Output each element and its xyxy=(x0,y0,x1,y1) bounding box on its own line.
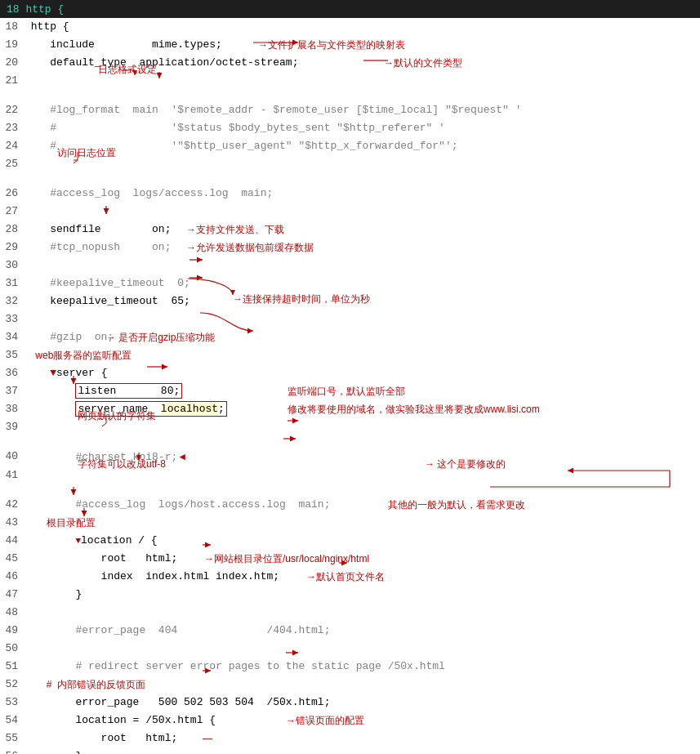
line-30: 30 xyxy=(0,257,700,274)
line-45: 45 root html;→网站根目录位置/usr/local/nginx/ht… xyxy=(0,550,700,568)
line-42: 42 #access_log logs/host.access.log main… xyxy=(0,496,700,514)
line-27: 27 xyxy=(0,203,700,221)
line-49: 49 #error_page 404 /404.html; xyxy=(0,622,700,640)
code-container: 18 http { 18 http { 19 include mime.type… xyxy=(0,0,700,754)
line-22: 22 #log_format main '$remote_addr - $rem… xyxy=(0,101,700,119)
line-43: 43 根目录配置 xyxy=(0,514,700,532)
line-46: 46 index index.html index.htm;→默认首页文件名 xyxy=(0,568,700,586)
line-26: 26 #access_log logs/access.log main; xyxy=(0,185,700,203)
line-47: 47 } xyxy=(0,586,700,604)
line-29: 29 #tcp_nopush on;→允许发送数据包前缓存数据 xyxy=(0,239,700,257)
line-28: 28 sendfile on;→支持文件发送、下载 xyxy=(0,221,700,239)
line-31: 31 #keepalive_timeout 0; xyxy=(0,274,700,292)
line-24: 24 # '"$http_user_agent" "$http_x_forwar… xyxy=(0,137,700,155)
line-32: 32 keepalive_timeout 65; →连接保持超时时间，单位为秒 xyxy=(0,292,700,310)
code-area: 18 http { 19 include mime.types;→文件扩展名与文… xyxy=(0,18,700,754)
line-41: 41 字符集可以改成utf-8 → 这个是要修改的 xyxy=(0,466,700,496)
line-21: 21 日志格式设定 xyxy=(0,72,700,101)
line-52: 52 # 内部错误的反馈页面 xyxy=(0,676,700,694)
line-34: 34 #gzip on;→ 是否开启gzip压缩功能 xyxy=(0,328,700,346)
line-55: 55 root html;— xyxy=(0,729,700,747)
line-40: 40 #charset koi8-r;◄ xyxy=(0,448,700,466)
line-35: 35 web服务器的监听配置 xyxy=(0,346,700,364)
tab-label: 18 http { xyxy=(7,3,64,16)
line-50: 50 xyxy=(0,640,700,658)
line-53: 53 error_page 500 502 503 504 /50x.html; xyxy=(0,694,700,712)
line-56: 56 } xyxy=(0,747,700,754)
line-18: 18 http { xyxy=(0,18,700,36)
line-37: 37 listen 80;监听端口号，默认监听全部 xyxy=(0,382,700,400)
line-48: 48 xyxy=(0,604,700,622)
line-23: 23 # '$status $body_bytes_sent "$http_re… xyxy=(0,119,700,137)
line-39: 39 网页默认的字符集 xyxy=(0,418,700,448)
line-54: 54 location = /50x.html {→错误页面的配置 xyxy=(0,712,700,729)
line-36: 36 ▼server { xyxy=(0,364,700,382)
line-19: 19 include mime.types;→文件扩展名与文件类型的映射表 xyxy=(0,36,700,54)
line-20: 20 default_type application/octet-stream… xyxy=(0,54,700,72)
line-51: 51 # redirect server error pages to the … xyxy=(0,658,700,676)
line-25: 25 访问日志位置 xyxy=(0,155,700,185)
header-bar: 18 http { xyxy=(0,0,700,18)
line-44: 44 ▼location / { xyxy=(0,532,700,550)
line-33: 33 xyxy=(0,310,700,328)
